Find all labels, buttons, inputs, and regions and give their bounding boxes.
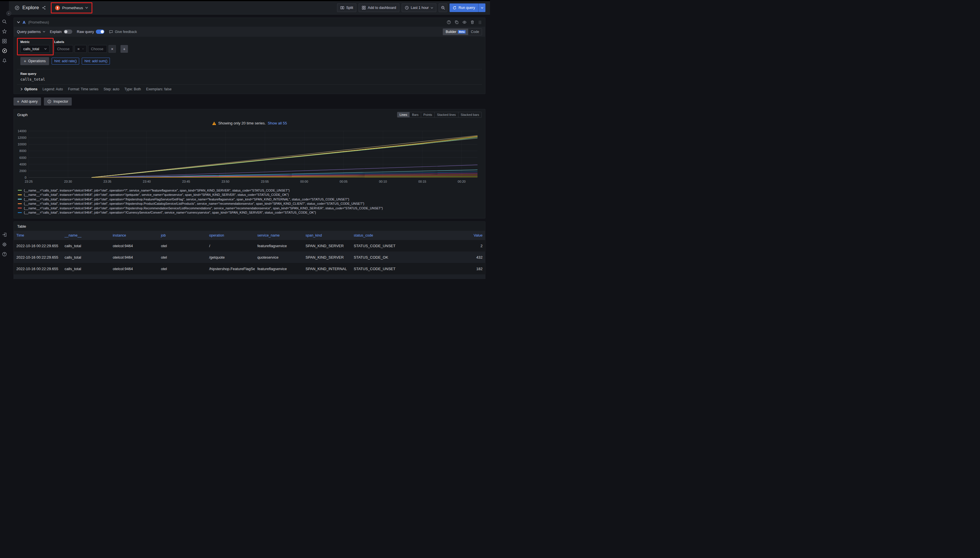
dashboards-icon[interactable] [2, 38, 8, 44]
datasource-picker[interactable]: Prometheus [52, 4, 91, 12]
explore-compass-icon [15, 5, 20, 10]
query-help-icon[interactable] [447, 20, 451, 25]
label-value-select[interactable]: Choose [88, 45, 107, 53]
svg-text:00:00: 00:00 [300, 180, 308, 183]
run-query-button[interactable]: Run query [449, 3, 485, 12]
show-all-series-link[interactable]: Show all 55 [268, 121, 287, 125]
label-key-select[interactable]: Choose [54, 45, 73, 53]
legend-item[interactable]: {__name__="calls_total", instance="otelc… [18, 202, 485, 206]
mode-stacked-bars[interactable]: Stacked bars [458, 112, 482, 117]
explain-toggle[interactable] [64, 30, 72, 34]
legend-swatch [18, 199, 22, 200]
column-header-service-name[interactable]: service_name [255, 231, 303, 240]
svg-text:00:20: 00:20 [457, 180, 465, 183]
legend-swatch [18, 203, 22, 204]
mode-points[interactable]: Points [421, 112, 435, 117]
top-navbar: Explore Prometheus Split [0, 1, 490, 15]
column-header-status-code[interactable]: status_code [351, 231, 400, 240]
svg-text:10000: 10000 [18, 143, 26, 146]
svg-text:0: 0 [25, 176, 26, 179]
remove-label-filter-button[interactable]: × [109, 45, 116, 53]
disable-query-eye-icon[interactable] [462, 20, 467, 25]
code-mode-button[interactable]: Code [468, 29, 482, 35]
give-feedback-link[interactable]: Give feedback [109, 30, 137, 34]
graph-panel-title: Graph [17, 113, 28, 117]
gear-icon[interactable] [2, 241, 8, 248]
raw-query-preview-label: Raw query [20, 72, 478, 75]
inspector-button[interactable]: Inspector [44, 97, 71, 105]
add-label-filter-button[interactable]: + [120, 45, 128, 53]
column-header-span-kind[interactable]: span_kind [303, 231, 351, 240]
collapse-chevron-icon[interactable] [17, 21, 20, 23]
editor-mode-switcher: Builder Beta Code [443, 28, 482, 35]
metric-select[interactable]: calls_total [20, 45, 49, 53]
chevron-down-icon [431, 7, 433, 9]
option-legend: Legend: Auto [43, 87, 63, 91]
column-header-operation[interactable]: operation [207, 231, 255, 240]
query-options-row: Options Legend: Auto Format: Time series… [17, 84, 482, 94]
zoom-out-button[interactable] [439, 3, 447, 12]
column-header-time[interactable]: Time [14, 231, 62, 240]
operations-button[interactable]: +Operations [20, 57, 49, 65]
mode-bars[interactable]: Bars [409, 112, 421, 117]
run-query-caret[interactable] [478, 3, 485, 12]
explain-label: Explain [50, 30, 62, 34]
label-operator-select[interactable]: = [75, 45, 87, 53]
legend-swatch [18, 208, 22, 208]
mode-stacked-lines[interactable]: Stacked lines [434, 112, 458, 117]
options-expander[interactable]: Options [20, 87, 37, 91]
hint-add-sum-button[interactable]: hint: add sum() [82, 57, 110, 64]
left-sidebar [0, 1, 9, 279]
svg-text:00:10: 00:10 [379, 180, 387, 183]
column-header-instance[interactable]: instance [110, 231, 158, 240]
comment-icon [109, 30, 113, 34]
share-icon[interactable] [42, 6, 46, 10]
chevron-down-icon [85, 7, 88, 9]
remove-query-trash-icon[interactable] [470, 20, 475, 25]
warning-icon [212, 121, 216, 125]
chevron-right-icon [20, 88, 23, 90]
hint-add-rate-button[interactable]: hint: add rate() [52, 57, 79, 64]
timeseries-plot[interactable]: 0200040006000800010000120001400023:2523:… [16, 128, 480, 185]
drag-handle-icon[interactable] [478, 20, 482, 25]
option-format: Format: Time series [68, 87, 99, 91]
info-circle-icon [47, 100, 51, 103]
builder-mode-button[interactable]: Builder Beta [443, 29, 468, 35]
column-header-job[interactable]: job [158, 231, 207, 240]
column-header-value[interactable]: Value [400, 231, 485, 240]
column-header-name[interactable]: __name__ [62, 231, 110, 240]
svg-text:23:50: 23:50 [222, 180, 230, 183]
svg-text:23:45: 23:45 [182, 180, 190, 183]
datasource-name: Prometheus [62, 6, 83, 10]
legend-item[interactable]: {__name__="calls_total", instance="otelc… [18, 197, 485, 202]
legend-swatch [18, 212, 22, 213]
query-builder: Metric calls_total Labels Choose [14, 37, 485, 94]
sidebar-expand-button[interactable]: › [6, 11, 11, 16]
series-limit-warning: Showing only 20 time series. Show all 55 [14, 121, 485, 125]
search-minus-icon [441, 6, 445, 10]
starred-icon[interactable] [2, 28, 8, 34]
query-patterns-dropdown[interactable]: Query patterns [17, 30, 45, 34]
alerting-bell-icon[interactable] [2, 57, 8, 64]
graph-panel: Graph Lines Bars Points Stacked lines St… [13, 109, 485, 218]
duplicate-query-icon[interactable] [454, 20, 459, 25]
legend-item[interactable]: {__name__="calls_total", instance="otelc… [18, 210, 485, 215]
search-icon[interactable] [2, 18, 8, 25]
query-row-header: A (Prometheus) [14, 18, 485, 27]
help-icon[interactable] [2, 251, 8, 257]
legend-item[interactable]: {__name__="calls_total", instance="otelc… [18, 188, 485, 193]
legend-item[interactable]: {__name__="calls_total", instance="otelc… [18, 206, 485, 210]
explore-icon[interactable] [2, 48, 8, 54]
option-type: Type: Both [125, 87, 141, 91]
time-range-picker[interactable]: Last 1 hour [402, 3, 437, 12]
sign-in-icon[interactable] [2, 231, 8, 238]
split-button[interactable]: Split [337, 3, 356, 12]
svg-text:23:30: 23:30 [64, 180, 72, 183]
mode-lines[interactable]: Lines [397, 112, 409, 117]
add-query-button[interactable]: +Add query [13, 97, 41, 105]
page-title: Explore [22, 5, 39, 11]
table-row: 2022-10-16 00:22:29.655calls_totalotelco… [14, 240, 485, 251]
legend-item[interactable]: {__name__="calls_total", instance="otelc… [18, 193, 485, 197]
add-to-dashboard-button[interactable]: Add to dashboard [358, 3, 400, 12]
raw-query-toggle[interactable] [96, 30, 104, 34]
